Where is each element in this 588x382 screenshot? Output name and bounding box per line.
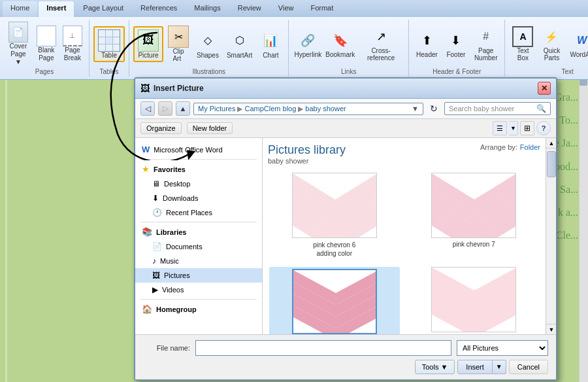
image-item-chevron7[interactable]: pink chevron 7: [409, 173, 540, 258]
nav-item-desktop[interactable]: 🖥 Desktop: [135, 177, 262, 191]
image-item-chevron6[interactable]: pink chevron 6adding color: [269, 173, 400, 258]
back-button[interactable]: ◁: [140, 101, 155, 116]
bookmark-label: Bookmark: [325, 51, 355, 58]
hyperlink-button[interactable]: 🔗 Hyperlink: [293, 28, 323, 60]
cover-page-button[interactable]: 📄 CoverPage ▼: [4, 20, 33, 68]
table-button[interactable]: Table: [93, 26, 125, 62]
nav-item-music[interactable]: ♪ Music: [135, 254, 262, 268]
tab-format[interactable]: Format: [302, 1, 341, 17]
tools-button[interactable]: Tools ▼: [415, 360, 455, 374]
smartart-button[interactable]: ⬡ SmartArt: [223, 27, 255, 61]
nav-item-word[interactable]: W Microsoft Office Word: [135, 142, 262, 157]
organize-button[interactable]: Organize: [140, 122, 182, 134]
close-button[interactable]: ✕: [538, 82, 551, 95]
downloads-label: Downloads: [163, 194, 198, 202]
image-grid: pink chevron 6adding color: [268, 171, 540, 334]
nav-homegroup-header: 🏠 Homegroup: [135, 302, 262, 317]
path-part-1[interactable]: My Pictures: [198, 105, 235, 113]
ribbon-group-tables: Table Tables: [90, 20, 129, 77]
table-icon: [98, 29, 120, 52]
word-icon: W: [142, 145, 150, 154]
scrollbar-down-arrow[interactable]: ▼: [546, 324, 556, 334]
nav-word-label: Microsoft Office Word: [154, 146, 222, 154]
header-button[interactable]: ⬆ Header: [413, 28, 441, 60]
scrollbar-up-arrow[interactable]: ▲: [546, 138, 556, 148]
ribbon-group-illustrations: 🖼 Picture ✂ ClipArt ◇ Shapes ⬡ SmartArt …: [129, 20, 289, 77]
bookmark-button[interactable]: 🔖 Bookmark: [324, 28, 356, 60]
filetype-dropdown[interactable]: All Pictures: [457, 340, 548, 356]
cross-reference-button[interactable]: ↗ Cross-reference: [357, 24, 404, 63]
wordart-label: WordArt: [570, 51, 588, 58]
insert-dropdown-arrow[interactable]: ▼: [493, 360, 506, 374]
text-box-icon: A: [512, 26, 533, 47]
cross-reference-icon: ↗: [370, 26, 391, 47]
links-group-label: Links: [293, 68, 404, 77]
nav-item-videos[interactable]: ▶ Videos: [135, 283, 262, 297]
right-scrollbar[interactable]: [579, 73, 588, 382]
page-number-button[interactable]: # PageNumber: [471, 24, 501, 63]
arrange-by-label: Arrange by:: [480, 143, 517, 151]
quick-parts-button[interactable]: ⚡ QuickParts: [538, 24, 565, 63]
tab-references[interactable]: References: [133, 1, 185, 17]
tab-page-layout[interactable]: Page Layout: [75, 1, 131, 17]
dialog-footer: File name: All Pictures Tools ▼ Insert ▼…: [135, 334, 556, 379]
page-break-button[interactable]: ⊥ PageBreak: [60, 24, 85, 64]
quick-parts-label: QuickParts: [544, 47, 561, 61]
cancel-button[interactable]: Cancel: [509, 360, 548, 374]
nav-item-documents[interactable]: 📄 Documents: [135, 239, 262, 254]
tab-review[interactable]: Review: [230, 1, 269, 17]
view-list-button[interactable]: ☰: [493, 121, 507, 135]
smartart-label: SmartArt: [227, 52, 252, 59]
dialog-titlebar: 🖼 Insert Picture ✕: [135, 78, 556, 99]
nav-item-pictures[interactable]: 🖼 Pictures: [135, 268, 262, 283]
scrollbar-thumb-main[interactable]: [547, 151, 556, 177]
picture-button[interactable]: 🖼 Picture: [133, 26, 163, 62]
tools-arrow-icon: ▼: [440, 363, 448, 371]
insert-button[interactable]: Insert: [457, 360, 493, 374]
refresh-button[interactable]: ↻: [427, 101, 441, 116]
view-dropdown-button[interactable]: ▼: [509, 121, 518, 135]
favorites-label: Favorites: [154, 165, 186, 173]
ribbon-group-text: A TextBox ⚡ QuickParts W WordArt D DropC…: [505, 20, 588, 77]
new-folder-button[interactable]: New folder: [187, 122, 233, 134]
tab-insert[interactable]: Insert: [39, 1, 74, 17]
image-item-chevron9[interactable]: pink chevron 9lighter: [409, 267, 540, 334]
tab-view[interactable]: View: [270, 1, 302, 17]
chart-button[interactable]: 📊 Chart: [257, 27, 284, 61]
homegroup-icon: 🏠: [142, 304, 152, 314]
tab-home[interactable]: Home: [3, 1, 37, 17]
path-part-3[interactable]: baby shower: [305, 105, 346, 113]
desktop-label: Desktop: [164, 180, 190, 188]
image-item-chevron8[interactable]: pink chevron 8: [269, 267, 400, 334]
search-input[interactable]: [449, 105, 534, 113]
view-details-button[interactable]: ⊞: [520, 121, 534, 135]
picture-icon: 🖼: [138, 29, 159, 52]
bookmark-icon: 🔖: [330, 30, 351, 51]
filename-input[interactable]: [195, 340, 451, 356]
footer-button[interactable]: ⬇ Footer: [442, 28, 470, 60]
nav-item-downloads[interactable]: ⬇ Downloads: [135, 191, 262, 205]
main-scrollbar[interactable]: ▲ ▼: [546, 138, 556, 334]
text-box-button[interactable]: A TextBox: [509, 24, 536, 63]
desktop-icon: 🖥: [152, 179, 160, 188]
documents-icon: 📄: [152, 242, 162, 251]
up-button[interactable]: ▲: [176, 101, 190, 116]
search-icon[interactable]: 🔍: [536, 104, 546, 113]
blank-page-button[interactable]: BlankPage: [34, 24, 59, 64]
blank-page-label: BlankPage: [38, 46, 54, 62]
path-part-2[interactable]: CampClem blog: [244, 105, 296, 113]
smartart-icon: ⬡: [229, 29, 250, 52]
help-button[interactable]: ?: [536, 121, 551, 135]
wordart-button[interactable]: W WordArt: [566, 28, 588, 60]
shapes-button[interactable]: ◇ Shapes: [193, 27, 222, 61]
arrange-by-value[interactable]: Folder: [520, 143, 540, 151]
dialog-title: 🖼 Insert Picture: [140, 83, 204, 94]
tab-mailings[interactable]: Mailings: [186, 1, 228, 17]
clip-art-button[interactable]: ✂ ClipArt: [165, 24, 192, 64]
blank-page-icon: [37, 26, 56, 46]
forward-button[interactable]: ▷: [158, 101, 172, 116]
ribbon-tabs: Home Insert Page Layout References Maili…: [0, 0, 588, 17]
ribbon-group-pages: 📄 CoverPage ▼ BlankPage ⊥ PageBreak Page…: [0, 20, 90, 77]
header-footer-group-label: Header & Footer: [413, 68, 500, 77]
nav-item-recent[interactable]: 🕐 Recent Places: [135, 205, 262, 220]
